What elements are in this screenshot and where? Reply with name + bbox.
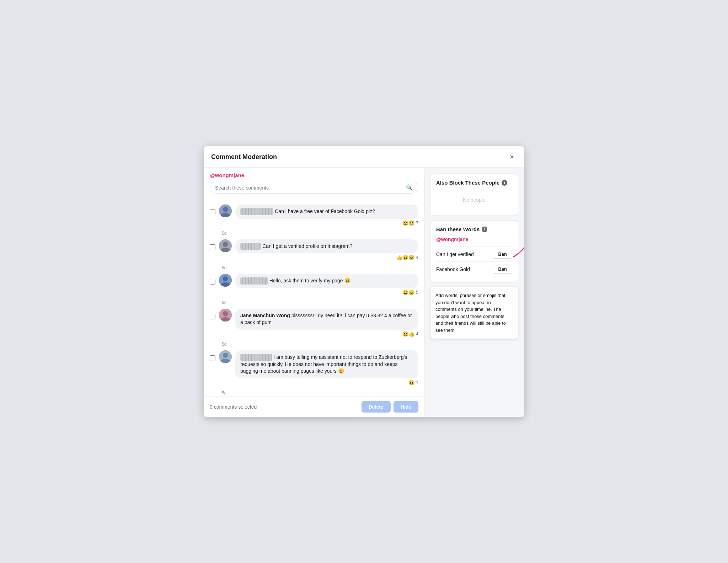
comment-bubble-2: Can I get a verified profile on Instagra… [235,239,418,254]
comment-content-3: Hello, ask them to verify my page 😀 😆😢 5 [235,274,418,295]
avatar-2 [219,239,232,252]
comment-time-2: 5d [222,265,424,270]
comment-checkbox-3[interactable] [210,279,215,285]
comment-item: Hello, ask them to verify my page 😀 😆😢 5 [204,270,424,299]
ban-words-header: Ban these Words i [436,226,512,232]
svg-point-9 [223,353,228,358]
modal-container: Comment Moderation × @wongmjane 🔍 [204,146,524,417]
comment-checkbox-1[interactable] [210,209,215,215]
comment-reactions-1: 😆😢 7 [235,220,418,226]
reaction-emojis-4: 😆👍 [402,331,414,337]
comment-content-5: I am busy telling my assistant not to re… [235,350,418,386]
footer-buttons: Delete Hide [362,401,418,413]
left-footer: 0 comments selected Delete Hide [204,397,424,417]
comment-reactions-4: 😆👍 4 [235,331,418,337]
comment-content-4: Jane Manchun Wong plsssssss! i rly need … [235,309,418,337]
reaction-count-1: 7 [416,221,418,225]
comment-item: I am busy telling my assistant not to re… [204,347,424,389]
avatar-3 [219,274,232,287]
ban-word-label-2: Facebook Gold [436,266,470,272]
reaction-emojis-2: 👍😆😢 [396,255,414,260]
comment-content-1: Can i have a free year of Facebook Gold … [235,205,418,226]
block-people-info-icon[interactable]: i [502,180,507,186]
reaction-count-2: 4 [416,255,418,260]
block-people-card: Also Block These People i No people [430,174,518,216]
ban-words-title: Ban these Words [436,226,480,232]
blurred-author-2 [240,243,261,250]
comment-item: Can I get a verified profile on Instagra… [204,236,424,264]
comment-time-1: 5d [222,231,424,236]
comment-reactions-5: 😆 1 [235,380,418,386]
block-people-title: Also Block These People [436,180,499,186]
comment-item: Can i have a free year of Facebook Gold … [204,201,424,229]
avatar-1 [219,205,232,217]
svg-point-7 [223,311,228,316]
blurred-author-5 [240,354,272,361]
left-header: @wongmjane 🔍 [204,168,424,198]
delete-button[interactable]: Delete [362,401,391,413]
ban-word-row-1: Can I get verified Ban [436,246,512,261]
ban-words-info-icon[interactable]: i [482,227,487,232]
close-button[interactable]: × [507,152,517,162]
avatar-5 [219,350,232,363]
comment-bubble-1: Can i have a free year of Facebook Gold … [235,205,418,219]
comment-checkbox-2[interactable] [210,244,215,250]
block-people-header: Also Block These People i [436,180,512,186]
ban-words-handle: @wongmjane [436,237,512,242]
reaction-emojis-5: 😆 [408,380,414,386]
ban-button-1[interactable]: Ban [493,250,512,259]
comments-list: Can i have a free year of Facebook Gold … [204,198,424,397]
search-bar: 🔍 [210,182,418,193]
left-panel: @wongmjane 🔍 [204,168,424,417]
blurred-author-3 [240,277,268,285]
reaction-count-5: 1 [416,380,418,385]
modal-header: Comment Moderation × [204,146,524,168]
comment-content-2: Can I get a verified profile on Instagra… [235,239,418,261]
comment-checkbox-5[interactable] [210,355,215,361]
reaction-count-3: 5 [416,290,418,295]
modal-body: @wongmjane 🔍 [204,168,524,417]
modal-title: Comment Moderation [211,153,277,161]
comment-checkbox-4[interactable] [210,314,215,319]
comment-bubble-4: Jane Manchun Wong plsssssss! i rly need … [235,309,418,330]
ban-word-row-2: Facebook Gold Ban [436,261,512,276]
comment-time-4: 5d [222,342,424,347]
comment-time-5: 5d [222,391,424,395]
avatar-4 [219,309,232,322]
comment-bubble-5: I am busy telling my assistant not to re… [235,350,418,378]
comment-item: Jane Manchun Wong plsssssss! i rly need … [204,305,424,340]
tooltip-text: Add words, phrases or emojis that you do… [435,293,506,333]
svg-point-5 [223,276,228,281]
search-icon: 🔍 [406,184,413,191]
reaction-count-4: 4 [416,331,418,336]
tooltip-card: Add words, phrases or emojis that you do… [430,287,518,339]
svg-point-1 [223,207,228,212]
user-handle: @wongmjane [210,172,418,178]
ban-words-card: Ban these Words i @wongmjane Can I get v… [430,220,518,282]
comment-reactions-3: 😆😢 5 [235,290,418,295]
reaction-emojis-1: 😆😢 [402,220,414,226]
comment-bubble-3: Hello, ask them to verify my page 😀 [235,274,418,288]
comment-reactions-2: 👍😆😢 4 [235,255,418,260]
search-input[interactable] [215,185,406,191]
hide-button[interactable]: Hide [394,401,418,413]
svg-point-3 [223,242,228,247]
comment-time-3: 5d [222,300,424,305]
selected-count: 0 comments selected [210,404,257,410]
no-people-text: No people [436,190,512,210]
blurred-author-1 [240,208,273,215]
right-panel: Also Block These People i No people Ban … [424,168,524,417]
comment-author-4: Jane Manchun Wong [240,313,290,318]
ban-button-2[interactable]: Ban [493,265,512,273]
ban-word-label-1: Can I get verified [436,251,474,257]
reaction-emojis-3: 😆😢 [402,290,414,295]
